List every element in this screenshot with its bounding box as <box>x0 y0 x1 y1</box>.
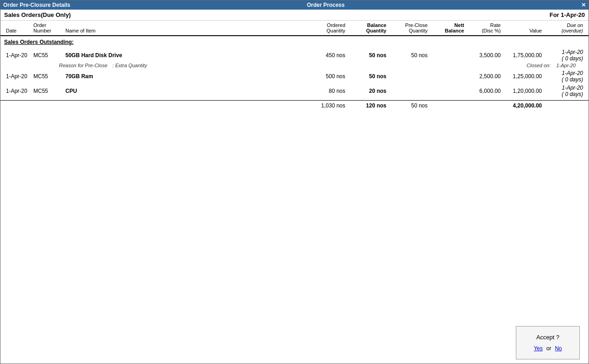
cell-order-1: MC55 <box>32 52 64 59</box>
total-balance-qty: 120 nos <box>347 102 388 109</box>
col-item-name: Name of Item <box>64 28 306 33</box>
totals-row: 1,030 nos 120 nos 50 nos 4,20,000.00 <box>0 100 589 111</box>
table-row: 1-Apr-20 MC55 CPU 80 nos 20 nos 6,000.00… <box>0 84 589 98</box>
cell-item-3: CPU <box>64 88 306 94</box>
cell-rate-3: 6,000.00 <box>466 88 503 94</box>
date-info: For 1-Apr-20 <box>550 11 585 18</box>
cell-rate-1: 3,500.00 <box>466 52 503 59</box>
or-text: or <box>546 345 552 352</box>
col-date: Date <box>4 28 32 33</box>
close-button[interactable]: ✕ <box>581 2 586 8</box>
cell-balance-2: 50 nos <box>347 73 388 80</box>
col-preclose-qty: Pre-CloseQuantity <box>388 22 429 33</box>
cell-order-2: MC55 <box>32 73 64 80</box>
total-ordered-qty: 1,030 nos <box>306 102 347 109</box>
cell-date-1: 1-Apr-20 <box>4 52 32 59</box>
col-order-number: OrderNumber <box>32 22 64 33</box>
title-bar-left: Order Pre-Closure Details <box>3 2 70 8</box>
cell-value-3: 1,20,000.00 <box>503 88 544 94</box>
reason-row: Reason for Pre-Close : Extra Quantity Cl… <box>0 63 589 69</box>
header-row: Sales Orders(Due Only) For 1-Apr-20 <box>0 10 589 21</box>
cell-ordered-1: 450 nos <box>306 52 347 59</box>
cell-value-2: 1,25,000.00 <box>503 73 544 80</box>
col-nett-balance: NettBalance <box>429 22 466 33</box>
content-area: Sales Orders Outstanding: 1-Apr-20 MC55 … <box>0 36 589 364</box>
no-button[interactable]: No <box>555 345 562 352</box>
accept-dialog: Accept ? Yes or No <box>516 326 580 359</box>
section-header: Sales Orders Outstanding: <box>0 36 589 48</box>
sales-orders-title: Sales Orders(Due Only) <box>4 11 71 18</box>
cell-order-3: MC55 <box>32 88 64 94</box>
col-balance-qty: BalanceQuantity <box>347 22 388 33</box>
closed-label: Closed on: 1-Apr-20 <box>527 63 576 68</box>
yes-button[interactable]: Yes <box>534 345 543 352</box>
title-bar-center: Order Process <box>307 2 345 8</box>
col-rate: Rate(Disc %) <box>466 22 503 33</box>
cell-due-1: 1-Apr-20( 0 days) <box>544 49 585 62</box>
total-preclose-qty: 50 nos <box>388 102 429 109</box>
cell-date-2: 1-Apr-20 <box>4 73 32 80</box>
total-value: 4,20,000.00 <box>503 102 544 109</box>
cell-value-1: 1,75,000.00 <box>503 52 544 59</box>
cell-balance-1: 50 nos <box>347 52 388 59</box>
cell-item-1: 50GB Hard Disk Drive <box>64 52 306 59</box>
reason-sep: : Extra Quantity <box>111 63 147 68</box>
col-value: Value <box>503 28 544 33</box>
accept-buttons: Yes or No <box>527 345 568 352</box>
accept-label: Accept ? <box>527 334 568 341</box>
title-bar: Order Pre-Closure Details Order Process … <box>0 0 589 10</box>
cell-due-3: 1-Apr-20( 0 days) <box>544 85 585 97</box>
col-ordered-qty: OrderedQuantity <box>306 22 347 33</box>
reason-label: Reason for Pre-Close <box>59 63 107 68</box>
cell-date-3: 1-Apr-20 <box>4 88 32 94</box>
cell-ordered-3: 80 nos <box>306 88 347 94</box>
cell-ordered-2: 500 nos <box>306 73 347 80</box>
main-window: Order Pre-Closure Details Order Process … <box>0 0 589 364</box>
column-headers: Date OrderNumber Name of Item OrderedQua… <box>0 21 589 36</box>
table-row: 1-Apr-20 MC55 50GB Hard Disk Drive 450 n… <box>0 48 589 63</box>
cell-preclose-1: 50 nos <box>388 52 429 59</box>
cell-rate-2: 2,500.00 <box>466 73 503 80</box>
cell-balance-3: 20 nos <box>347 88 388 94</box>
col-due-on: Due on(overdue) <box>544 22 585 33</box>
table-row: 1-Apr-20 MC55 70GB Ram 500 nos 50 nos 2,… <box>0 69 589 84</box>
cell-due-2: 1-Apr-20( 0 days) <box>544 70 585 83</box>
cell-item-2: 70GB Ram <box>64 73 306 80</box>
